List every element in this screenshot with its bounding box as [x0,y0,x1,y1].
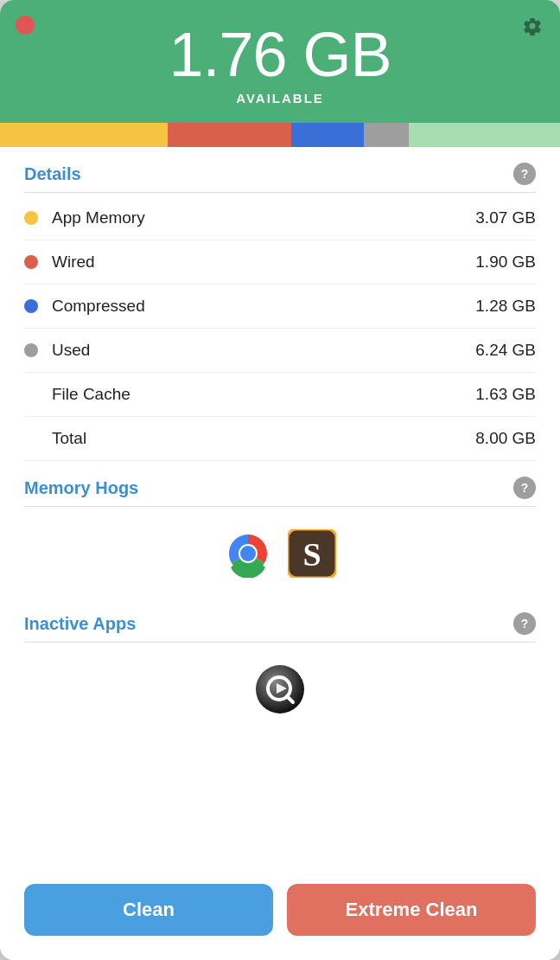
details-help-icon[interactable]: ? [513,163,536,185]
bar-app-memory [0,123,168,147]
memory-hogs-title: Memory Hogs [24,478,138,498]
app-window: 1.76 GB AVAILABLE Details ? App Memory 3… [0,0,560,960]
clean-button[interactable]: Clean [24,884,273,936]
inactive-apps-title: Inactive Apps [24,614,136,634]
content-area: Details ? App Memory 3.07 GB Wired 1.90 … [0,147,560,867]
sublime-app-icon[interactable]: S [288,529,336,578]
table-row: Total 8.00 GB [24,417,536,461]
label-used: Used [52,341,475,360]
close-button[interactable] [16,16,35,35]
memory-hogs-apps-row: S [24,510,536,597]
label-wired: Wired [52,253,475,272]
value-total: 8.00 GB [475,429,536,448]
value-used: 6.24 GB [475,341,536,360]
label-total: Total [52,429,475,448]
bar-wired [168,123,291,147]
bar-used [364,123,409,147]
table-row: Compressed 1.28 GB [24,285,536,329]
label-filecache: File Cache [52,385,475,404]
inactive-apps-section-header: Inactive Apps ? [24,597,536,643]
inactive-apps-row [24,646,536,733]
value-compressed: 1.28 GB [475,297,536,316]
dot-app-memory [24,211,38,225]
value-filecache: 1.63 GB [475,385,536,404]
dot-used [24,343,38,357]
gear-icon [522,16,543,36]
table-row: File Cache 1.63 GB [24,373,536,417]
dot-compressed [24,299,38,313]
settings-button[interactable] [520,14,544,38]
svg-point-3 [240,546,256,561]
svg-text:S: S [302,536,321,573]
extreme-clean-button[interactable]: Extreme Clean [287,884,536,936]
value-app-memory: 3.07 GB [475,208,536,227]
bar-available [409,123,560,147]
dot-filecache [24,387,38,401]
label-compressed: Compressed [52,297,475,316]
available-gb-text: 1.76 GB [169,21,391,89]
table-row: Used 6.24 GB [24,329,536,373]
table-row: App Memory 3.07 GB [24,196,536,240]
inactive-apps-help-icon[interactable]: ? [513,612,536,635]
bar-compressed [291,123,364,147]
memory-hogs-help-icon[interactable]: ? [513,477,536,499]
details-section-header: Details ? [24,147,536,193]
available-label-text: AVAILABLE [236,91,324,106]
value-wired: 1.90 GB [475,253,536,272]
quicktime-app-icon[interactable] [256,665,304,714]
memory-hogs-section-header: Memory Hogs ? [24,461,536,507]
table-row: Wired 1.90 GB [24,240,536,285]
header: 1.76 GB AVAILABLE [0,0,560,123]
dot-wired [24,255,38,269]
details-title: Details [24,164,81,184]
chrome-app-icon[interactable] [224,529,272,578]
memory-bar [0,123,560,147]
dot-total [24,432,38,445]
footer: Clean Extreme Clean [0,867,560,960]
label-app-memory: App Memory [52,208,475,227]
